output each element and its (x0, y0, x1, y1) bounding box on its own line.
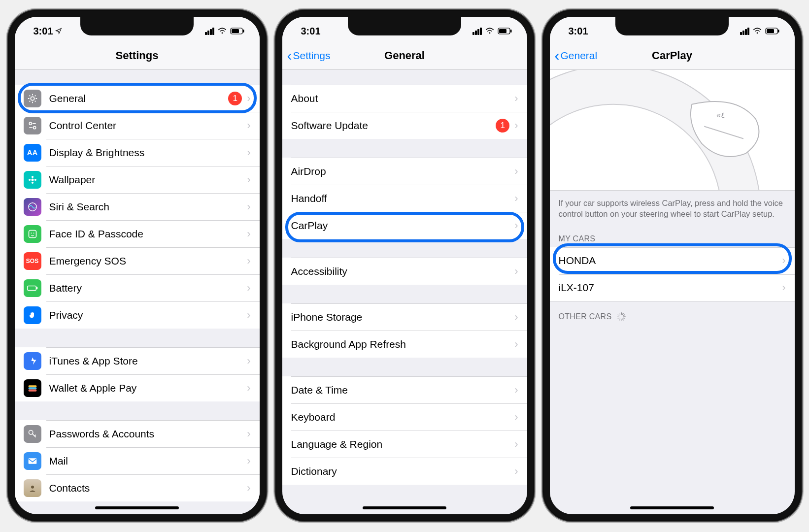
cell-label: iLX-107 (559, 282, 778, 294)
general-row-dictionary[interactable]: Dictionary › (282, 458, 527, 485)
cell-label: iPhone Storage (291, 311, 511, 323)
cell-label: Wallet & Apple Pay (49, 382, 243, 394)
general-row-carplay[interactable]: CarPlay › (282, 212, 527, 239)
notification-badge: 1 (228, 92, 242, 105)
cell-label: Date & Time (291, 384, 511, 396)
settings-row-display-brightness[interactable]: AA Display & Brightness › (15, 139, 260, 166)
chevron-right-icon: › (247, 355, 250, 367)
back-label: General (561, 50, 598, 62)
settings-row-battery[interactable]: Battery › (15, 274, 260, 301)
chevron-left-icon: ‹ (555, 51, 560, 60)
notification-badge: 1 (496, 119, 509, 133)
car-row-honda[interactable]: HONDA › (550, 247, 795, 274)
wifi-icon (217, 28, 227, 34)
car-row-ilx107[interactable]: iLX-107 › (550, 274, 795, 301)
home-indicator[interactable] (363, 506, 446, 509)
battery-icon (230, 28, 245, 34)
settings-row-wallet[interactable]: Wallet & Apple Pay › (15, 374, 260, 401)
cell-label: Battery (49, 282, 243, 294)
settings-row-faceid[interactable]: Face ID & Passcode › (15, 220, 260, 247)
settings-row-mail[interactable]: Mail › (15, 447, 260, 474)
cellular-icon (740, 28, 749, 35)
chevron-right-icon: › (514, 92, 518, 105)
hand-icon (24, 306, 41, 324)
chevron-right-icon: › (247, 200, 250, 213)
chevron-right-icon: › (514, 411, 518, 424)
general-row-handoff[interactable]: Handoff › (282, 185, 527, 212)
cell-label: Keyboard (291, 411, 511, 423)
svg-point-5 (29, 122, 32, 125)
settings-row-privacy[interactable]: Privacy › (15, 301, 260, 329)
svg-rect-18 (27, 286, 36, 290)
settings-row-control-center[interactable]: Control Center › (15, 112, 260, 139)
cell-label: Background App Refresh (291, 338, 511, 350)
flower-icon (24, 171, 41, 189)
general-row-keyboard[interactable]: Keyboard › (282, 403, 527, 431)
home-indicator[interactable] (95, 506, 179, 509)
steering-wheel-illustration: «٤ (550, 70, 795, 191)
settings-row-siri[interactable]: Siri & Search › (15, 193, 260, 220)
general-row-date-time[interactable]: Date & Time › (282, 376, 527, 403)
notch (80, 17, 194, 35)
svg-point-16 (31, 233, 32, 233)
wifi-icon (485, 28, 495, 34)
general-row-iphone-storage[interactable]: iPhone Storage › (282, 303, 527, 331)
nav-bar: Settings (15, 41, 260, 70)
general-row-accessibility[interactable]: Accessibility › (282, 258, 527, 285)
svg-point-27 (31, 485, 34, 488)
svg-point-28 (489, 32, 490, 33)
svg-rect-31 (510, 30, 512, 33)
settings-row-contacts[interactable]: Contacts › (15, 474, 260, 501)
settings-row-general[interactable]: General 1 › (15, 85, 260, 112)
svg-rect-26 (28, 458, 36, 464)
nav-bar: ‹ Settings General (282, 41, 527, 70)
cell-label: Dictionary (291, 466, 511, 477)
svg-rect-30 (499, 29, 506, 33)
cellular-icon (472, 28, 482, 35)
gear-icon (24, 90, 41, 107)
general-row-about[interactable]: About › (282, 85, 527, 112)
home-indicator[interactable] (630, 506, 714, 509)
cell-label: HONDA (559, 255, 778, 266)
svg-point-17 (33, 233, 34, 233)
chevron-right-icon: › (514, 265, 518, 278)
cell-label: Display & Brightness (49, 147, 243, 159)
wallet-icon (24, 379, 41, 397)
contacts-icon (24, 479, 41, 497)
nav-title: Settings (116, 49, 159, 62)
status-time: 3:01 (34, 26, 53, 37)
cell-label: AirDrop (291, 166, 511, 177)
general-row-background-refresh[interactable]: Background App Refresh › (282, 331, 527, 358)
svg-rect-21 (28, 387, 36, 389)
cell-label: Passwords & Accounts (49, 428, 243, 440)
svg-rect-20 (28, 385, 36, 387)
svg-line-25 (34, 434, 36, 436)
back-button[interactable]: ‹ Settings (287, 50, 331, 62)
text-size-icon: AA (24, 144, 41, 162)
svg-point-4 (31, 97, 34, 100)
settings-row-wallpaper[interactable]: Wallpaper › (15, 166, 260, 193)
chevron-right-icon: › (782, 281, 785, 294)
svg-point-11 (31, 181, 33, 183)
chevron-right-icon: › (247, 309, 250, 322)
settings-row-passwords[interactable]: Passwords & Accounts › (15, 420, 260, 447)
general-row-language-region[interactable]: Language & Region › (282, 431, 527, 458)
spinner-icon (616, 312, 625, 321)
mail-icon (24, 452, 41, 470)
chevron-right-icon: › (247, 482, 250, 495)
cell-label: Language & Region (291, 438, 511, 450)
location-icon (55, 28, 62, 34)
chevron-right-icon: › (247, 455, 250, 467)
settings-row-sos[interactable]: SOS Emergency SOS › (15, 247, 260, 274)
status-time: 3:01 (569, 26, 588, 37)
cell-label: About (291, 93, 511, 104)
chevron-right-icon: › (247, 282, 250, 295)
cell-label: Face ID & Passcode (49, 228, 243, 240)
general-row-software-update[interactable]: Software Update 1 › (282, 112, 527, 139)
general-row-airdrop[interactable]: AirDrop › (282, 158, 527, 185)
nav-bar: ‹ General CarPlay (550, 41, 795, 70)
chevron-right-icon: › (514, 338, 518, 351)
settings-row-itunes[interactable]: iTunes & App Store › (15, 347, 260, 374)
cell-label: General (49, 93, 229, 104)
back-button[interactable]: ‹ General (555, 50, 598, 62)
